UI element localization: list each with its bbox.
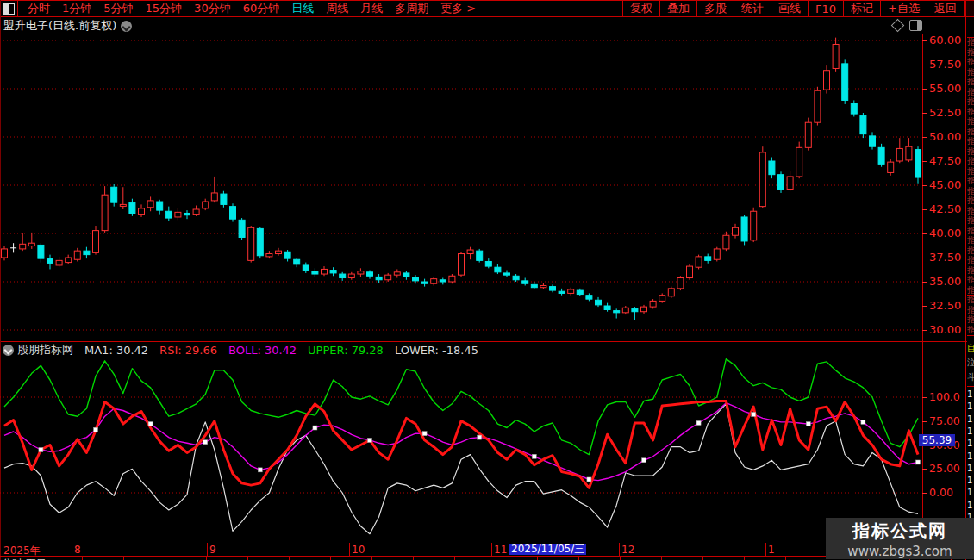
sidebar-text-fragment: 指	[967, 276, 974, 284]
title-row-icons	[893, 20, 922, 31]
right-side-strip[interactable]: 指指指指指指指指指指指指指指指指指指指指指指指指指指指指指指自泣斗1111111…	[967, 0, 974, 560]
action-button[interactable]: F10	[808, 1, 843, 16]
sidebar-text-fragment: 斗	[967, 373, 974, 382]
sidebar-text-fragment: 指	[967, 236, 974, 245]
price-tick	[922, 137, 927, 138]
price-tick	[922, 113, 927, 114]
price-tick	[922, 161, 927, 162]
period-item[interactable]: 周线	[326, 1, 348, 16]
sidebar-section-divider	[967, 295, 974, 296]
sidebar-text-fragment: 指	[967, 38, 974, 47]
price-label: 37.50	[929, 251, 967, 264]
indicator-chart[interactable]	[0, 358, 922, 543]
collapse-indicator-icon[interactable]	[3, 345, 14, 356]
indicator-value-label: MA1: 30.42	[84, 344, 148, 357]
date-label: 8	[74, 544, 81, 556]
month-divider	[349, 543, 350, 556]
sidebar-number-fragment: 1	[967, 427, 972, 436]
period-item[interactable]: 多周期	[395, 1, 428, 16]
price-tick	[922, 258, 927, 258]
sidebar-text-fragment: 指	[967, 147, 974, 156]
diamond-icon[interactable]	[891, 19, 905, 33]
period-item[interactable]: 分时	[28, 1, 50, 16]
period-item[interactable]: 30分钟	[194, 1, 231, 16]
period-item[interactable]: 60分钟	[243, 1, 280, 16]
indicator-tick	[922, 493, 927, 494]
candlestick-chart[interactable]	[0, 34, 922, 341]
month-divider	[765, 543, 766, 556]
action-button[interactable]: 统计	[734, 1, 771, 16]
stock-title: 盟升电子(日线.前复权)	[3, 18, 116, 34]
action-menu: 复权叠加多股统计画线F10标记+自选返回	[622, 1, 965, 16]
price-label: 52.50	[929, 106, 967, 119]
price-tick	[922, 185, 927, 186]
top-toolbar: 分时1分钟5分钟15分钟30分钟60分钟日线周线月线多周期更多 > 复权叠加多股…	[0, 0, 974, 17]
sidebar-text-fragment: 自	[967, 344, 974, 352]
price-label: 60.00	[929, 34, 967, 47]
selected-date-highlight[interactable]: 2025/11/05/三	[509, 544, 586, 555]
date-label: 11	[494, 544, 507, 556]
price-tick	[922, 65, 927, 65]
watermark-url: www.zbgs3.com	[826, 544, 974, 559]
sidebar-number-fragment: 1	[967, 402, 972, 411]
sidebar-text-fragment: 指	[967, 207, 974, 215]
period-item[interactable]: 日线	[291, 1, 314, 16]
sidebar-text-fragment: 指	[967, 216, 974, 225]
period-item[interactable]: 15分钟	[146, 1, 183, 16]
period-item[interactable]: 月线	[360, 1, 383, 16]
title-row: 盟升电子(日线.前复权)	[0, 18, 965, 34]
indicator-axis-label: 25.00	[929, 462, 967, 475]
action-button[interactable]: 画线	[771, 1, 808, 16]
sidebar-text-fragment: 指	[967, 266, 974, 275]
date-label: 1	[768, 544, 775, 556]
chevron-down-icon[interactable]	[121, 21, 132, 32]
sidebar-text-fragment: 指	[967, 117, 974, 126]
price-label: 57.50	[929, 58, 967, 71]
month-divider	[72, 543, 72, 556]
month-divider	[491, 543, 492, 556]
price-label: 55.00	[929, 82, 967, 95]
price-tick	[922, 282, 927, 283]
indicator-value-label: BOLL: 30.42	[228, 344, 297, 357]
price-label: 35.00	[929, 275, 967, 288]
sidebar-text-fragment: 指	[967, 227, 974, 235]
action-button[interactable]: 返回	[927, 1, 965, 16]
sidebar-text-fragment: 指	[967, 167, 974, 176]
price-tick	[922, 209, 927, 210]
action-button[interactable]: 多股	[696, 1, 734, 16]
action-button[interactable]: 复权	[622, 1, 659, 16]
indicator-source-label[interactable]: 股朋指标网	[17, 342, 73, 358]
sidebar-number-fragment: 1	[967, 464, 972, 473]
price-tick	[922, 330, 927, 331]
trading-terminal-window: 分时1分钟5分钟15分钟30分钟60分钟日线周线月线多周期更多 > 复权叠加多股…	[0, 0, 974, 560]
sidebar-text-fragment: 指	[967, 137, 974, 146]
sidebar-text-fragment: 指	[967, 256, 974, 264]
period-item[interactable]: 更多 >	[440, 1, 476, 16]
indicator-value-label: UPPER: 79.28	[308, 344, 384, 357]
date-label: 10	[352, 544, 365, 556]
split-window-icon[interactable]	[909, 20, 922, 31]
sidebar-text-fragment: 指	[967, 68, 974, 77]
layout-split-icon[interactable]	[0, 1, 18, 16]
sidebar-text-fragment: 指	[967, 187, 974, 196]
price-tick	[922, 40, 927, 41]
price-label: 42.50	[929, 202, 967, 215]
sidebar-number-fragment: 1	[967, 415, 972, 424]
sidebar-number-fragment: 1	[967, 390, 972, 399]
sidebar-section-divider	[967, 386, 974, 387]
price-label: 47.50	[929, 154, 967, 167]
indicator-axis-label: 75.00	[929, 414, 967, 427]
panel-divider-line	[0, 341, 967, 342]
action-button[interactable]: +自选	[880, 1, 927, 16]
period-item[interactable]: 1分钟	[62, 1, 91, 16]
sidebar-text-fragment: 指	[967, 58, 974, 66]
sidebar-text-fragment: 指	[967, 97, 974, 106]
action-button[interactable]: 叠加	[659, 1, 696, 16]
sidebar-text-fragment: 指	[967, 246, 974, 255]
period-item[interactable]: 5分钟	[103, 1, 133, 16]
sidebar-text-fragment: 指	[967, 196, 974, 205]
sidebar-text-fragment: 指	[967, 177, 974, 185]
action-button[interactable]: 标记	[843, 1, 880, 16]
price-label: 40.00	[929, 227, 967, 240]
sidebar-text-fragment: 指	[967, 315, 974, 324]
